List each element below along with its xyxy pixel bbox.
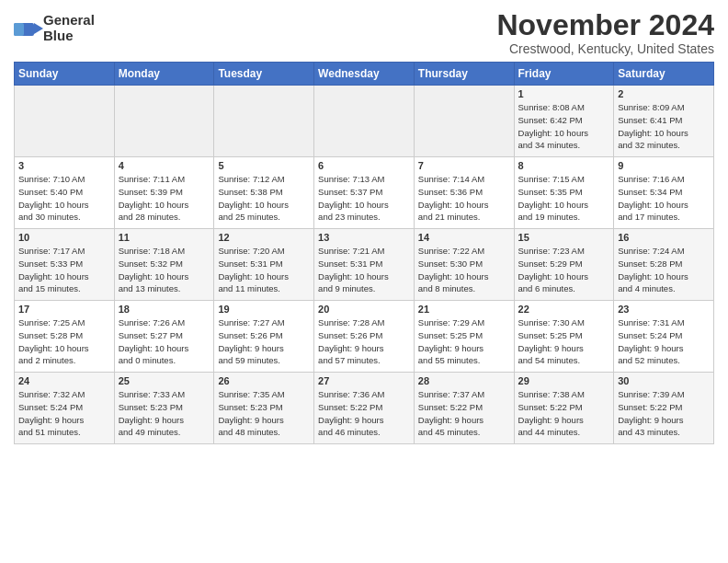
location: Crestwood, Kentucky, United States — [496, 41, 714, 56]
day-info: Sunrise: 7:21 AM Sunset: 5:31 PM Dayligh… — [318, 245, 410, 295]
day-number: 26 — [218, 375, 310, 386]
day-number: 29 — [518, 375, 610, 386]
day-number: 15 — [518, 232, 610, 243]
day-info: Sunrise: 7:14 AM Sunset: 5:36 PM Dayligh… — [418, 173, 510, 224]
day-info: Sunrise: 7:28 AM Sunset: 5:26 PM Dayligh… — [318, 316, 410, 367]
logo: General Blue — [14, 13, 95, 43]
day-cell: 2Sunrise: 8:09 AM Sunset: 6:41 PM Daylig… — [614, 86, 714, 157]
week-row-1: 1Sunrise: 8:08 AM Sunset: 6:42 PM Daylig… — [15, 86, 714, 157]
day-number: 22 — [518, 304, 610, 315]
day-cell: 18Sunrise: 7:26 AM Sunset: 5:27 PM Dayli… — [114, 301, 214, 373]
day-number: 25 — [119, 375, 210, 386]
day-number: 9 — [618, 160, 710, 171]
day-number: 5 — [218, 160, 310, 171]
day-cell: 24Sunrise: 7:32 AM Sunset: 5:24 PM Dayli… — [15, 373, 115, 444]
day-number: 3 — [18, 160, 110, 171]
day-cell: 3Sunrise: 7:10 AM Sunset: 5:40 PM Daylig… — [15, 157, 115, 229]
day-number: 30 — [618, 375, 710, 386]
week-row-3: 10Sunrise: 7:17 AM Sunset: 5:33 PM Dayli… — [15, 229, 714, 301]
day-number: 1 — [518, 88, 610, 99]
day-info: Sunrise: 7:20 AM Sunset: 5:31 PM Dayligh… — [218, 245, 310, 295]
day-cell — [314, 86, 415, 157]
day-number: 18 — [119, 304, 210, 315]
week-row-2: 3Sunrise: 7:10 AM Sunset: 5:40 PM Daylig… — [15, 157, 714, 229]
day-info: Sunrise: 7:39 AM Sunset: 5:22 PM Dayligh… — [618, 388, 710, 439]
header-cell-thursday: Thursday — [414, 63, 514, 86]
day-cell: 23Sunrise: 7:31 AM Sunset: 5:24 PM Dayli… — [614, 301, 714, 373]
day-info: Sunrise: 7:12 AM Sunset: 5:38 PM Dayligh… — [218, 173, 310, 224]
day-cell: 29Sunrise: 7:38 AM Sunset: 5:22 PM Dayli… — [514, 373, 614, 444]
day-cell: 9Sunrise: 7:16 AM Sunset: 5:34 PM Daylig… — [614, 157, 714, 229]
day-cell: 26Sunrise: 7:35 AM Sunset: 5:23 PM Dayli… — [214, 373, 314, 444]
day-info: Sunrise: 7:37 AM Sunset: 5:22 PM Dayligh… — [418, 388, 510, 439]
day-info: Sunrise: 7:36 AM Sunset: 5:22 PM Dayligh… — [318, 388, 410, 439]
svg-marker-1 — [34, 23, 43, 34]
day-number: 10 — [18, 232, 110, 243]
day-cell: 27Sunrise: 7:36 AM Sunset: 5:22 PM Dayli… — [314, 373, 415, 444]
day-number: 20 — [318, 304, 410, 315]
logo-text: General Blue — [43, 13, 95, 43]
day-cell: 5Sunrise: 7:12 AM Sunset: 5:38 PM Daylig… — [214, 157, 314, 229]
day-cell: 20Sunrise: 7:28 AM Sunset: 5:26 PM Dayli… — [314, 301, 415, 373]
day-cell — [214, 86, 314, 157]
day-number: 6 — [318, 160, 410, 171]
day-cell — [414, 86, 514, 157]
week-row-4: 17Sunrise: 7:25 AM Sunset: 5:28 PM Dayli… — [15, 301, 714, 373]
day-number: 17 — [18, 304, 110, 315]
day-number: 23 — [618, 304, 710, 315]
day-info: Sunrise: 7:17 AM Sunset: 5:33 PM Dayligh… — [18, 245, 110, 295]
day-info: Sunrise: 7:10 AM Sunset: 5:40 PM Dayligh… — [18, 173, 110, 224]
day-cell: 19Sunrise: 7:27 AM Sunset: 5:26 PM Dayli… — [214, 301, 314, 373]
day-cell: 25Sunrise: 7:33 AM Sunset: 5:23 PM Dayli… — [114, 373, 214, 444]
day-cell: 16Sunrise: 7:24 AM Sunset: 5:28 PM Dayli… — [614, 229, 714, 301]
header-cell-sunday: Sunday — [15, 63, 115, 86]
day-info: Sunrise: 7:38 AM Sunset: 5:22 PM Dayligh… — [518, 388, 610, 439]
day-info: Sunrise: 7:13 AM Sunset: 5:37 PM Dayligh… — [318, 173, 410, 224]
day-info: Sunrise: 7:31 AM Sunset: 5:24 PM Dayligh… — [618, 316, 710, 367]
day-info: Sunrise: 7:32 AM Sunset: 5:24 PM Dayligh… — [18, 388, 110, 439]
day-number: 27 — [318, 375, 410, 386]
day-number: 24 — [18, 375, 110, 386]
day-cell — [114, 86, 214, 157]
day-cell: 12Sunrise: 7:20 AM Sunset: 5:31 PM Dayli… — [214, 229, 314, 301]
day-number: 12 — [218, 232, 310, 243]
day-info: Sunrise: 7:25 AM Sunset: 5:28 PM Dayligh… — [18, 316, 110, 367]
day-number: 2 — [618, 88, 710, 99]
day-cell: 28Sunrise: 7:37 AM Sunset: 5:22 PM Dayli… — [414, 373, 514, 444]
week-row-5: 24Sunrise: 7:32 AM Sunset: 5:24 PM Dayli… — [15, 373, 714, 444]
day-number: 16 — [618, 232, 710, 243]
day-number: 21 — [418, 304, 510, 315]
day-cell: 4Sunrise: 7:11 AM Sunset: 5:39 PM Daylig… — [114, 157, 214, 229]
day-cell: 6Sunrise: 7:13 AM Sunset: 5:37 PM Daylig… — [314, 157, 415, 229]
day-info: Sunrise: 7:15 AM Sunset: 5:35 PM Dayligh… — [518, 173, 610, 224]
day-cell: 30Sunrise: 7:39 AM Sunset: 5:22 PM Dayli… — [614, 373, 714, 444]
header-cell-tuesday: Tuesday — [214, 63, 314, 86]
day-cell — [15, 86, 115, 157]
day-number: 7 — [418, 160, 510, 171]
day-info: Sunrise: 7:33 AM Sunset: 5:23 PM Dayligh… — [119, 388, 210, 439]
day-cell: 1Sunrise: 8:08 AM Sunset: 6:42 PM Daylig… — [514, 86, 614, 157]
day-number: 14 — [418, 232, 510, 243]
day-info: Sunrise: 7:29 AM Sunset: 5:25 PM Dayligh… — [418, 316, 510, 367]
day-cell: 7Sunrise: 7:14 AM Sunset: 5:36 PM Daylig… — [414, 157, 514, 229]
day-info: Sunrise: 7:16 AM Sunset: 5:34 PM Dayligh… — [618, 173, 710, 224]
day-info: Sunrise: 7:26 AM Sunset: 5:27 PM Dayligh… — [119, 316, 210, 367]
day-info: Sunrise: 7:24 AM Sunset: 5:28 PM Dayligh… — [618, 245, 710, 295]
day-number: 28 — [418, 375, 510, 386]
day-cell: 14Sunrise: 7:22 AM Sunset: 5:30 PM Dayli… — [414, 229, 514, 301]
day-cell: 15Sunrise: 7:23 AM Sunset: 5:29 PM Dayli… — [514, 229, 614, 301]
header-cell-friday: Friday — [514, 63, 614, 86]
day-info: Sunrise: 7:30 AM Sunset: 5:25 PM Dayligh… — [518, 316, 610, 367]
day-cell: 8Sunrise: 7:15 AM Sunset: 5:35 PM Daylig… — [514, 157, 614, 229]
header-cell-saturday: Saturday — [614, 63, 714, 86]
day-number: 13 — [318, 232, 410, 243]
day-cell: 13Sunrise: 7:21 AM Sunset: 5:31 PM Dayli… — [314, 229, 415, 301]
day-info: Sunrise: 7:11 AM Sunset: 5:39 PM Dayligh… — [119, 173, 210, 224]
day-info: Sunrise: 8:09 AM Sunset: 6:41 PM Dayligh… — [618, 101, 710, 152]
day-info: Sunrise: 7:22 AM Sunset: 5:30 PM Dayligh… — [418, 245, 510, 295]
day-number: 4 — [119, 160, 210, 171]
svg-rect-2 — [14, 23, 24, 36]
page-header: General Blue November 2024 Crestwood, Ke… — [14, 9, 714, 56]
logo-icon — [14, 16, 40, 41]
day-number: 19 — [218, 304, 310, 315]
